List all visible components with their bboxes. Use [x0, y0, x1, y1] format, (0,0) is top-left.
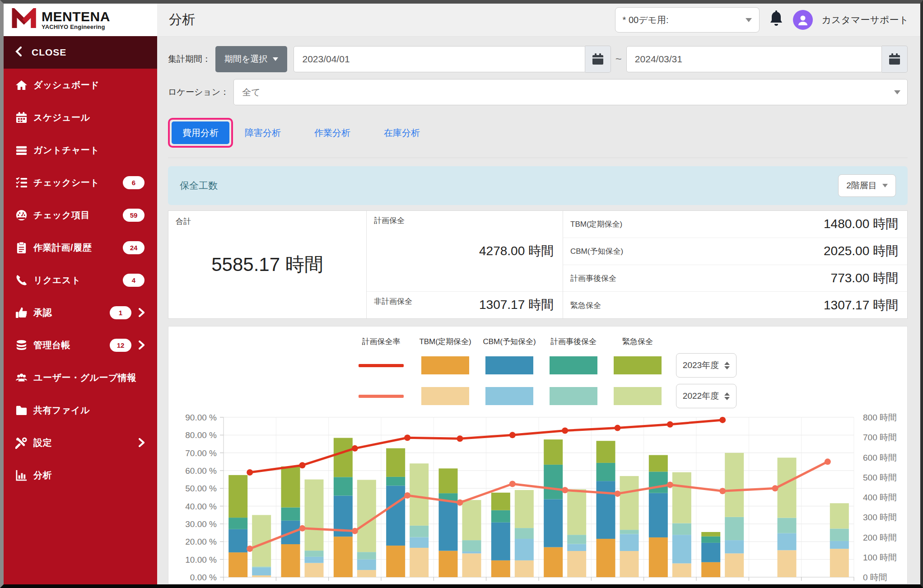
database-icon — [15, 339, 33, 351]
sidebar-item-label: チェックシート — [33, 177, 119, 189]
total-cell: 合計 5585.17 時間 — [168, 211, 367, 318]
sidebar-item-user-group-info[interactable]: ユーザー・グループ情報 — [4, 361, 157, 394]
users-icon — [15, 372, 33, 384]
svg-text:100 時間: 100 時間 — [863, 553, 897, 562]
sidebar-item-management-ledger[interactable]: 管理台帳12 — [4, 329, 157, 361]
year-select-2023[interactable]: 2023年度 — [676, 353, 737, 378]
planned-unplanned-column: 計画保全4278.00 時間非計画保全1307.17 時間 — [367, 211, 563, 318]
cell-label: 非計画保全 — [374, 296, 412, 307]
sidebar-item-label: 作業計画/履歴 — [33, 242, 119, 254]
svg-text:700 時間: 700 時間 — [863, 433, 897, 442]
gantt-icon — [15, 144, 33, 156]
count-badge: 12 — [110, 339, 131, 352]
tab-work-analysis[interactable]: 作業分析 — [312, 126, 353, 140]
user-avatar[interactable] — [793, 10, 813, 30]
legend-color-swatch — [614, 387, 662, 405]
analysis-tabs: 費用分析障害分析作業分析在庫分析 — [168, 118, 908, 148]
legend-header: CBM(予知保全) — [477, 336, 541, 347]
tools-icon — [15, 437, 33, 449]
section-header: 保全工数 2階層目 — [168, 166, 908, 205]
sidebar-nav: ダッシュボードスケジュールガントチャートチェックシート6チェック項目59作業計画… — [4, 69, 157, 584]
section-title: 保全工数 — [180, 179, 218, 192]
notification-bell-icon[interactable] — [769, 10, 784, 29]
layer-select[interactable]: 2階層目 — [838, 174, 896, 197]
phone-icon — [15, 274, 33, 286]
legend-color-swatch — [550, 387, 597, 405]
app-logo[interactable]: MENTENA YACHIYO Engineering — [4, 4, 157, 36]
cell-value: 1480.00 時間 — [824, 215, 898, 233]
tenant-select[interactable]: * 00デモ用: — [615, 7, 760, 33]
calendar-icon — [15, 112, 33, 124]
sidebar-item-label: 設定 — [33, 437, 131, 449]
clipboard-icon — [15, 242, 33, 254]
cell-value: 773.00 時間 — [831, 270, 898, 287]
location-input[interactable] — [233, 79, 908, 105]
location-label: ロケーション： — [168, 86, 229, 98]
sidebar-close-button[interactable]: CLOSE — [4, 36, 157, 69]
maintenance-type-cell-2: 計画事後保全773.00 時間 — [563, 265, 907, 292]
count-badge: 24 — [123, 241, 145, 254]
svg-text:50.00 %: 50.00 % — [185, 484, 217, 493]
sidebar-item-analysis[interactable]: 分析 — [4, 459, 157, 491]
svg-text:40.00 %: 40.00 % — [185, 502, 217, 511]
calendar-icon-button-from[interactable] — [585, 46, 611, 73]
sidebar-item-gantt-chart[interactable]: ガントチャート — [4, 134, 157, 166]
legend-color-swatch — [614, 356, 662, 374]
mentena-logo-icon — [12, 8, 36, 32]
chevron-right-icon — [139, 438, 145, 447]
active-tab-highlight: 費用分析 — [168, 118, 233, 148]
location-filter-row: ロケーション： — [168, 79, 908, 105]
sidebar-item-schedule[interactable]: スケジュール — [4, 101, 157, 134]
svg-text:30.00 %: 30.00 % — [185, 519, 217, 529]
svg-text:0.00 %: 0.00 % — [190, 573, 217, 582]
tab-inventory-analysis[interactable]: 在庫分析 — [381, 126, 423, 140]
maintenance-type-cell-0: TBM(定期保全)1480.00 時間 — [563, 211, 907, 238]
home-icon — [15, 79, 33, 91]
svg-text:600 時間: 600 時間 — [863, 453, 897, 462]
sidebar-item-request[interactable]: リクエスト4 — [4, 264, 157, 296]
sidebar-item-settings[interactable]: 設定 — [4, 426, 157, 459]
svg-text:400 時間: 400 時間 — [863, 493, 897, 502]
cell-value: 1307.17 時間 — [824, 297, 898, 314]
legend-line-swatch — [359, 395, 404, 398]
user-name-label: カスタマーサポート — [822, 14, 909, 26]
sidebar-item-label: チェック項目 — [33, 209, 119, 221]
sidebar-item-label: 共有ファイル — [33, 404, 145, 416]
period-filter-row: 集計期間： 期間を選択 ~ — [168, 46, 908, 73]
date-from-input[interactable] — [294, 46, 585, 72]
date-to-input[interactable] — [626, 46, 882, 72]
select-period-button[interactable]: 期間を選択 — [215, 46, 287, 72]
folder-icon — [15, 404, 33, 416]
legend-color-swatch — [550, 356, 597, 374]
chevron-down-icon — [894, 90, 900, 94]
svg-text:800 時間: 800 時間 — [863, 413, 897, 422]
sidebar-item-label: スケジュール — [33, 112, 145, 124]
sidebar-item-work-plan-history[interactable]: 作業計画/履歴24 — [4, 231, 157, 264]
sidebar-item-check-items[interactable]: チェック項目59 — [4, 199, 157, 231]
sidebar-item-check-sheet[interactable]: チェックシート6 — [4, 166, 157, 199]
chevron-down-icon — [746, 18, 752, 22]
thumbs-up-icon — [15, 307, 33, 319]
sidebar-item-shared-files[interactable]: 共有ファイル — [4, 394, 157, 426]
sidebar-item-label: 管理台帳 — [33, 339, 106, 351]
count-badge: 1 — [110, 306, 131, 319]
sidebar-item-dashboard[interactable]: ダッシュボード — [4, 69, 157, 101]
tab-failure-analysis[interactable]: 障害分析 — [242, 126, 284, 140]
year-select-2022[interactable]: 2022年度 — [676, 384, 737, 408]
sidebar-item-label: ユーザー・グループ情報 — [33, 372, 145, 384]
legend-color-swatch — [421, 387, 469, 405]
legend-color-swatch — [485, 387, 533, 405]
content: 集計期間： 期間を選択 ~ ロケーション： — [157, 37, 920, 584]
chevron-right-icon — [139, 341, 145, 350]
calendar-icon-button-to[interactable] — [882, 46, 908, 73]
cell-label: 計画事後保全 — [570, 273, 616, 283]
cell-value: 1307.17 時間 — [479, 296, 554, 313]
sidebar: MENTENA YACHIYO Engineering CLOSE ダッシュボー… — [4, 4, 157, 584]
page-title: 分析 — [169, 11, 195, 29]
unplanned-maintenance-cell: 非計画保全1307.17 時間 — [367, 292, 563, 318]
sidebar-item-approval[interactable]: 承認1 — [4, 296, 157, 329]
tab-cost-analysis[interactable]: 費用分析 — [172, 121, 229, 144]
maintenance-type-column: TBM(定期保全)1480.00 時間CBM(予知保全)2025.00 時間計画… — [563, 211, 907, 318]
svg-text:20.00 %: 20.00 % — [185, 537, 217, 546]
total-value: 5585.17 時間 — [168, 211, 366, 318]
